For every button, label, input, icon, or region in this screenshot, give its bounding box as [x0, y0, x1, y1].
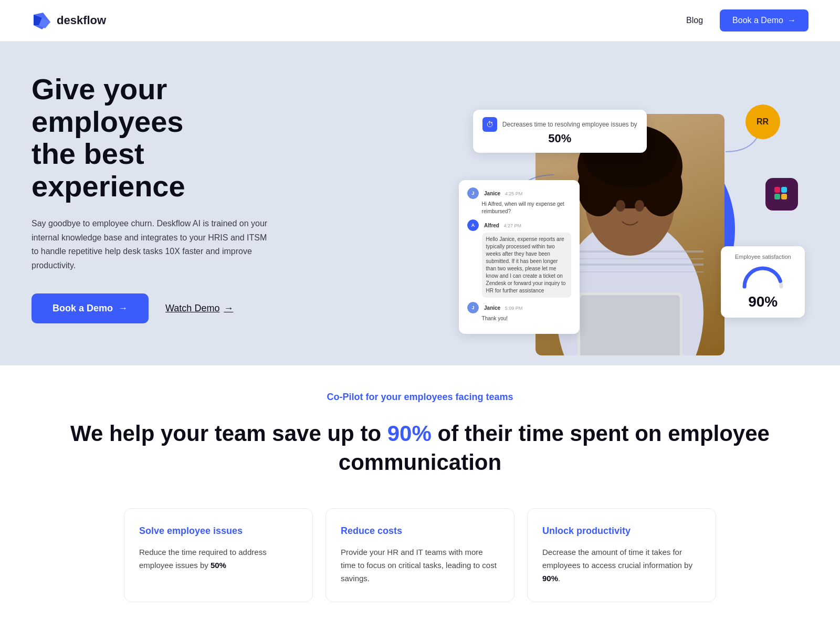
copilot-tag-suffix: for your employees facing teams — [363, 392, 513, 402]
navbar: deskflow Blog Book a Demo → — [0, 0, 840, 41]
chat-time-1: 4:25 PM — [505, 191, 523, 196]
chat-name-alfred: Alfred — [484, 223, 499, 228]
chat-card: J Janice 4:25 PM Hi Alfred, when will my… — [459, 180, 580, 334]
svg-rect-22 — [774, 187, 780, 193]
svg-rect-23 — [781, 187, 787, 193]
clock-icon: ⏱ — [482, 117, 497, 132]
svg-text:J: J — [471, 191, 474, 196]
chat-time-2: 4:27 PM — [503, 223, 521, 228]
svg-rect-16 — [580, 295, 680, 355]
chat-bubble-1: Hi Alfred, when will my expense get reim… — [467, 201, 571, 215]
card-text-costs: Provide your HR and IT teams with more t… — [341, 546, 499, 585]
chat-avatar-janice-2: J — [467, 302, 479, 313]
chat-name-janice: Janice — [484, 191, 500, 196]
nav-right: Blog Book a Demo → — [686, 9, 808, 32]
hero-section: Give your employees the best experience … — [0, 41, 840, 365]
chat-bubble-3: Thank you! — [467, 315, 571, 322]
chat-msg-3: J Janice 5:09 PM Thank you! — [467, 302, 571, 322]
chat-avatar-alfred: A — [467, 219, 479, 231]
copilot-heading-highlight: 90% — [387, 421, 432, 446]
logo-text: deskflow — [57, 14, 106, 27]
logo-icon — [32, 10, 51, 30]
svg-text:A: A — [471, 223, 475, 228]
card-text-productivity: Decrease the amount of time it takes for… — [542, 546, 701, 585]
satisfaction-arc — [739, 263, 786, 289]
book-demo-button[interactable]: Book a Demo → — [32, 293, 149, 323]
feature-cards-section: Solve employee issues Reduce the time re… — [0, 498, 840, 630]
card-text-productivity-prefix: Decrease the amount of time it takes for… — [542, 548, 692, 570]
satisfaction-value: 90% — [730, 293, 795, 310]
rr-icon: RR — [746, 104, 780, 139]
tooltip-resolving-time: ⏱ Decreases time to resolving employee i… — [473, 110, 647, 153]
card-text-solve-prefix: Reduce the time required to address empl… — [139, 548, 267, 570]
card-text-productivity-suffix: . — [558, 574, 560, 583]
hero-illustration: T Z RR ⏱ Decreases time to resolving emp… — [452, 82, 808, 355]
blog-link[interactable]: Blog — [686, 16, 703, 25]
nav-book-demo-button[interactable]: Book a Demo → — [720, 9, 808, 32]
watch-demo-button[interactable]: Watch Demo → — [165, 303, 233, 314]
card-text-costs-prefix: Provide your HR and IT teams with more t… — [341, 548, 497, 583]
hero-left: Give your employees the best experience … — [32, 73, 304, 365]
feature-card-solve: Solve employee issues Reduce the time re… — [124, 508, 313, 602]
slack-icon — [765, 178, 798, 211]
copilot-heading-prefix: We help your team save up to — [70, 421, 387, 446]
tooltip-value: 50% — [482, 132, 637, 145]
chat-time-3: 5:09 PM — [505, 306, 523, 311]
card-text-solve-bold: 50% — [211, 561, 226, 570]
chat-avatar-janice: J — [467, 187, 479, 199]
card-text-productivity-bold: 90% — [542, 574, 558, 583]
svg-rect-25 — [781, 194, 787, 200]
chat-msg-2: A Alfred 4:27 PM Hello Janice, expense r… — [467, 219, 571, 298]
chat-msg-1: J Janice 4:25 PM Hi Alfred, when will my… — [467, 187, 571, 215]
copilot-heading: We help your team save up to 90% of thei… — [32, 419, 808, 477]
hero-buttons: Book a Demo → Watch Demo → — [32, 293, 304, 323]
copilot-section: Co-Pilot for your employees facing teams… — [0, 365, 840, 498]
svg-rect-24 — [774, 194, 780, 200]
copilot-tag: Co-Pilot for your employees facing teams — [32, 392, 808, 403]
hero-subtext: Say goodbye to employee churn. Deskflow … — [32, 217, 273, 272]
svg-point-14 — [635, 200, 644, 212]
feature-card-productivity: Unlock productivity Decrease the amount … — [527, 508, 716, 602]
copilot-tag-prefix: Co-Pilot — [327, 392, 363, 402]
card-title-solve: Solve employee issues — [139, 526, 298, 537]
card-title-costs: Reduce costs — [341, 526, 499, 537]
logo-area: deskflow — [32, 10, 106, 30]
satisfaction-card: Employee satisfaction 90% — [721, 246, 805, 318]
tooltip-label: Decreases time to resolving employee iss… — [502, 120, 637, 129]
feature-card-costs: Reduce costs Provide your HR and IT team… — [326, 508, 514, 602]
satisfaction-label: Employee satisfaction — [730, 254, 795, 260]
rr-label: RR — [757, 117, 769, 127]
chat-name-janice-3: Janice — [484, 305, 500, 311]
chat-bubble-2: Hello Janice, expense reports are typica… — [482, 233, 571, 298]
card-title-productivity: Unlock productivity — [542, 526, 701, 537]
hero-heading: Give your employees the best experience — [32, 73, 304, 202]
card-text-solve: Reduce the time required to address empl… — [139, 546, 298, 572]
svg-point-13 — [616, 200, 625, 212]
svg-text:J: J — [471, 305, 474, 310]
